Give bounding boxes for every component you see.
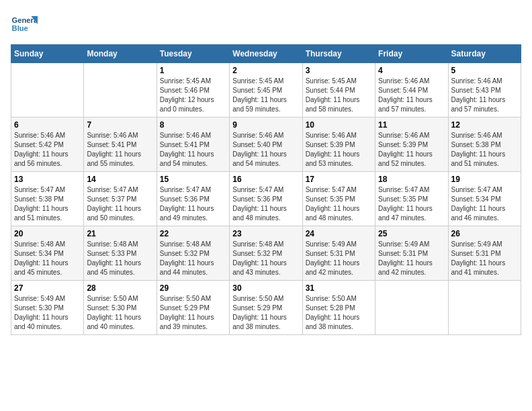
calendar-week-row: 1Sunrise: 5:45 AMSunset: 5:46 PMDaylight… bbox=[11, 63, 521, 118]
weekday-header-thursday: Thursday bbox=[302, 45, 375, 63]
calendar-cell: 5Sunrise: 5:46 AMSunset: 5:43 PMDaylight… bbox=[448, 63, 521, 118]
day-number: 5 bbox=[451, 66, 518, 75]
calendar-table: SundayMondayTuesdayWednesdayThursdayFrid… bbox=[11, 44, 521, 335]
calendar-cell: 18Sunrise: 5:47 AMSunset: 5:35 PMDayligh… bbox=[375, 172, 448, 226]
day-info: Sunrise: 5:46 AMSunset: 5:39 PMDaylight:… bbox=[378, 131, 445, 169]
day-number: 11 bbox=[378, 120, 445, 130]
day-number: 20 bbox=[14, 229, 81, 238]
day-info: Sunrise: 5:46 AMSunset: 5:39 PMDaylight:… bbox=[306, 131, 372, 169]
calendar-header-row: SundayMondayTuesdayWednesdayThursdayFrid… bbox=[11, 45, 521, 63]
calendar-cell: 23Sunrise: 5:48 AMSunset: 5:32 PMDayligh… bbox=[230, 226, 302, 281]
day-info: Sunrise: 5:48 AMSunset: 5:33 PMDaylight:… bbox=[87, 240, 153, 277]
weekday-header-friday: Friday bbox=[375, 45, 448, 63]
weekday-header-monday: Monday bbox=[84, 45, 157, 63]
calendar-week-row: 13Sunrise: 5:47 AMSunset: 5:38 PMDayligh… bbox=[11, 172, 521, 226]
day-number: 19 bbox=[451, 175, 518, 184]
weekday-header-saturday: Saturday bbox=[448, 45, 521, 63]
calendar-cell: 26Sunrise: 5:49 AMSunset: 5:31 PMDayligh… bbox=[448, 226, 521, 281]
day-info: Sunrise: 5:47 AMSunset: 5:35 PMDaylight:… bbox=[378, 185, 445, 223]
day-number: 18 bbox=[378, 175, 445, 184]
day-info: Sunrise: 5:46 AMSunset: 5:38 PMDaylight:… bbox=[451, 131, 518, 169]
day-number: 24 bbox=[306, 229, 372, 238]
logo: General Blue bbox=[11, 11, 40, 38]
day-number: 8 bbox=[160, 120, 226, 130]
calendar-cell: 3Sunrise: 5:45 AMSunset: 5:44 PMDaylight… bbox=[302, 63, 375, 118]
calendar-cell: 2Sunrise: 5:45 AMSunset: 5:45 PMDaylight… bbox=[230, 63, 302, 118]
calendar-cell: 1Sunrise: 5:45 AMSunset: 5:46 PMDaylight… bbox=[157, 63, 229, 118]
svg-text:Blue: Blue bbox=[12, 24, 28, 32]
day-info: Sunrise: 5:47 AMSunset: 5:34 PMDaylight:… bbox=[451, 185, 518, 223]
calendar-cell: 7Sunrise: 5:46 AMSunset: 5:41 PMDaylight… bbox=[84, 118, 157, 172]
calendar-cell: 13Sunrise: 5:47 AMSunset: 5:38 PMDayligh… bbox=[11, 172, 84, 226]
day-info: Sunrise: 5:50 AMSunset: 5:30 PMDaylight:… bbox=[87, 294, 153, 332]
day-info: Sunrise: 5:50 AMSunset: 5:28 PMDaylight:… bbox=[306, 294, 372, 332]
day-number: 10 bbox=[306, 120, 372, 130]
day-number: 3 bbox=[306, 66, 372, 75]
day-info: Sunrise: 5:47 AMSunset: 5:36 PMDaylight:… bbox=[160, 185, 226, 223]
day-info: Sunrise: 5:48 AMSunset: 5:34 PMDaylight:… bbox=[14, 240, 81, 277]
day-info: Sunrise: 5:47 AMSunset: 5:35 PMDaylight:… bbox=[306, 185, 372, 223]
calendar-cell: 15Sunrise: 5:47 AMSunset: 5:36 PMDayligh… bbox=[157, 172, 229, 226]
calendar-cell: 21Sunrise: 5:48 AMSunset: 5:33 PMDayligh… bbox=[84, 226, 157, 281]
day-info: Sunrise: 5:46 AMSunset: 5:42 PMDaylight:… bbox=[14, 131, 81, 169]
day-info: Sunrise: 5:50 AMSunset: 5:29 PMDaylight:… bbox=[160, 294, 226, 332]
day-number: 26 bbox=[451, 229, 518, 238]
day-info: Sunrise: 5:46 AMSunset: 5:41 PMDaylight:… bbox=[160, 131, 226, 169]
day-number: 9 bbox=[232, 120, 299, 130]
page-header: General Blue bbox=[11, 11, 521, 38]
day-number: 14 bbox=[87, 175, 153, 184]
day-number: 21 bbox=[87, 229, 153, 238]
calendar-cell: 22Sunrise: 5:48 AMSunset: 5:32 PMDayligh… bbox=[157, 226, 229, 281]
calendar-cell bbox=[375, 281, 448, 335]
day-info: Sunrise: 5:45 AMSunset: 5:44 PMDaylight:… bbox=[306, 77, 372, 114]
day-number: 25 bbox=[378, 229, 445, 238]
calendar-cell: 20Sunrise: 5:48 AMSunset: 5:34 PMDayligh… bbox=[11, 226, 84, 281]
calendar-cell bbox=[11, 63, 84, 118]
day-number: 17 bbox=[306, 175, 372, 184]
calendar-cell: 24Sunrise: 5:49 AMSunset: 5:31 PMDayligh… bbox=[302, 226, 375, 281]
day-number: 22 bbox=[160, 229, 226, 238]
day-number: 13 bbox=[14, 175, 81, 184]
logo-icon: General Blue bbox=[11, 11, 38, 38]
day-number: 31 bbox=[306, 283, 372, 293]
day-info: Sunrise: 5:49 AMSunset: 5:30 PMDaylight:… bbox=[14, 294, 81, 332]
day-info: Sunrise: 5:47 AMSunset: 5:37 PMDaylight:… bbox=[87, 185, 153, 223]
day-info: Sunrise: 5:46 AMSunset: 5:40 PMDaylight:… bbox=[232, 131, 299, 169]
calendar-cell: 16Sunrise: 5:47 AMSunset: 5:36 PMDayligh… bbox=[230, 172, 302, 226]
day-number: 6 bbox=[14, 120, 81, 130]
calendar-cell: 25Sunrise: 5:49 AMSunset: 5:31 PMDayligh… bbox=[375, 226, 448, 281]
day-info: Sunrise: 5:49 AMSunset: 5:31 PMDaylight:… bbox=[378, 240, 445, 277]
day-number: 7 bbox=[87, 120, 153, 130]
calendar-cell: 17Sunrise: 5:47 AMSunset: 5:35 PMDayligh… bbox=[302, 172, 375, 226]
calendar-cell bbox=[84, 63, 157, 118]
day-info: Sunrise: 5:47 AMSunset: 5:38 PMDaylight:… bbox=[14, 185, 81, 223]
calendar-cell: 6Sunrise: 5:46 AMSunset: 5:42 PMDaylight… bbox=[11, 118, 84, 172]
calendar-cell: 4Sunrise: 5:46 AMSunset: 5:44 PMDaylight… bbox=[375, 63, 448, 118]
calendar-cell: 29Sunrise: 5:50 AMSunset: 5:29 PMDayligh… bbox=[157, 281, 229, 335]
day-number: 29 bbox=[160, 283, 226, 293]
calendar-cell bbox=[448, 281, 521, 335]
calendar-cell: 10Sunrise: 5:46 AMSunset: 5:39 PMDayligh… bbox=[302, 118, 375, 172]
weekday-header-wednesday: Wednesday bbox=[230, 45, 302, 63]
day-info: Sunrise: 5:50 AMSunset: 5:29 PMDaylight:… bbox=[232, 294, 299, 332]
day-info: Sunrise: 5:46 AMSunset: 5:43 PMDaylight:… bbox=[451, 77, 518, 114]
calendar-cell: 14Sunrise: 5:47 AMSunset: 5:37 PMDayligh… bbox=[84, 172, 157, 226]
calendar-cell: 9Sunrise: 5:46 AMSunset: 5:40 PMDaylight… bbox=[230, 118, 302, 172]
day-info: Sunrise: 5:49 AMSunset: 5:31 PMDaylight:… bbox=[451, 240, 518, 277]
calendar-week-row: 6Sunrise: 5:46 AMSunset: 5:42 PMDaylight… bbox=[11, 118, 521, 172]
day-number: 30 bbox=[232, 283, 299, 293]
day-number: 4 bbox=[378, 66, 445, 75]
day-number: 23 bbox=[232, 229, 299, 238]
day-info: Sunrise: 5:46 AMSunset: 5:44 PMDaylight:… bbox=[378, 77, 445, 114]
calendar-cell: 19Sunrise: 5:47 AMSunset: 5:34 PMDayligh… bbox=[448, 172, 521, 226]
day-info: Sunrise: 5:45 AMSunset: 5:45 PMDaylight:… bbox=[232, 77, 299, 114]
day-info: Sunrise: 5:48 AMSunset: 5:32 PMDaylight:… bbox=[160, 240, 226, 277]
day-info: Sunrise: 5:49 AMSunset: 5:31 PMDaylight:… bbox=[306, 240, 372, 277]
day-info: Sunrise: 5:47 AMSunset: 5:36 PMDaylight:… bbox=[232, 185, 299, 223]
day-number: 15 bbox=[160, 175, 226, 184]
calendar-cell: 31Sunrise: 5:50 AMSunset: 5:28 PMDayligh… bbox=[302, 281, 375, 335]
calendar-cell: 28Sunrise: 5:50 AMSunset: 5:30 PMDayligh… bbox=[84, 281, 157, 335]
calendar-cell: 11Sunrise: 5:46 AMSunset: 5:39 PMDayligh… bbox=[375, 118, 448, 172]
day-info: Sunrise: 5:45 AMSunset: 5:46 PMDaylight:… bbox=[160, 77, 226, 114]
day-number: 28 bbox=[87, 283, 153, 293]
